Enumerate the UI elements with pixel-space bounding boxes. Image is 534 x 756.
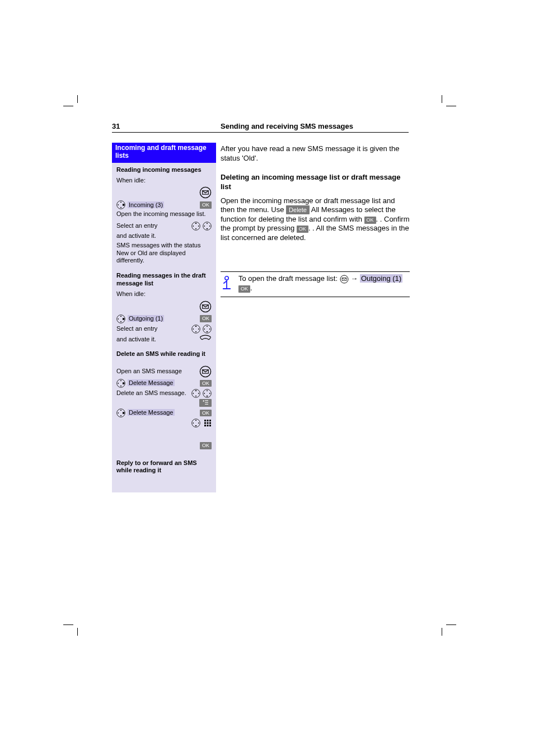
step-lead: Select an entry (116, 222, 189, 229)
note-content: To open the draft message list: → Outgoi… (238, 274, 410, 293)
svg-marker-26 (195, 325, 196, 326)
svg-marker-43 (195, 390, 196, 391)
svg-marker-57 (120, 410, 122, 411)
svg-marker-27 (195, 331, 197, 332)
ok-button: OK (200, 201, 212, 209)
subsection-heading: Deleting an incoming message list or dra… (221, 173, 410, 191)
dpad-down-icon (203, 389, 212, 398)
svg-rect-41 (123, 382, 124, 384)
menu-item: Outgoing (1) (360, 274, 402, 283)
crop-mark (63, 624, 78, 636)
dpad-up-icon (191, 389, 200, 398)
svg-marker-65 (198, 422, 199, 424)
svg-marker-31 (207, 326, 208, 327)
section-heading: Reply to or forward an SMS while reading… (116, 459, 212, 475)
envelope-icon (199, 365, 212, 378)
dialpad-icon (204, 419, 212, 427)
svg-point-75 (225, 276, 228, 280)
ok-button: OK (200, 410, 212, 417)
call-end-icon (199, 335, 212, 345)
svg-marker-29 (198, 328, 199, 330)
svg-marker-51 (209, 393, 210, 395)
menu-item: Delete Message (128, 409, 175, 416)
section-intro: When idle: (116, 290, 212, 298)
svg-point-18 (200, 301, 210, 312)
main-content: After you have read a new SMS message it… (221, 144, 410, 247)
ok-button: OK (200, 442, 212, 449)
dpad-up-icon (191, 222, 200, 231)
svg-marker-64 (193, 422, 194, 424)
svg-marker-4 (120, 207, 122, 208)
open-sms-label: Open an SMS message (116, 368, 197, 375)
svg-marker-28 (193, 328, 194, 330)
svg-rect-72 (204, 425, 206, 426)
svg-marker-40 (118, 383, 119, 384)
note-text: SMS messages with the status New or Old … (116, 242, 212, 264)
envelope-icon (199, 300, 212, 313)
svg-rect-68 (209, 420, 211, 421)
svg-marker-46 (198, 393, 199, 395)
svg-rect-73 (207, 425, 209, 426)
svg-marker-59 (118, 412, 119, 414)
svg-marker-32 (206, 331, 208, 332)
sidebar: Incoming and draft message lists Reading… (112, 143, 216, 492)
menu-item: Delete Message (128, 379, 175, 386)
svg-marker-49 (206, 396, 208, 397)
ok-button: OK (200, 380, 212, 387)
svg-rect-70 (207, 422, 209, 424)
dpad-right-icon (116, 314, 125, 323)
svg-marker-38 (120, 380, 122, 381)
svg-marker-22 (120, 321, 122, 322)
svg-rect-24 (123, 318, 124, 320)
delete-pill: Delete (286, 205, 310, 214)
sidebar-section-draft: Reading messages in the draft message li… (112, 269, 216, 362)
dpad-down-icon (203, 325, 212, 334)
svg-rect-60 (123, 412, 124, 414)
svg-point-0 (200, 187, 210, 198)
step-desc: Delete an SMS message. (116, 389, 189, 397)
svg-marker-33 (204, 328, 205, 330)
svg-rect-71 (209, 422, 211, 424)
svg-marker-44 (195, 396, 197, 397)
svg-marker-39 (120, 386, 122, 387)
svg-marker-58 (120, 415, 122, 416)
svg-marker-23 (118, 318, 119, 320)
note-box: To open the draft message list: → Outgoi… (221, 271, 410, 297)
ok-button: OK (297, 226, 308, 233)
options-menu-icon (199, 399, 212, 407)
svg-rect-66 (204, 420, 206, 421)
svg-marker-63 (195, 425, 196, 426)
sidebar-title: Incoming and draft message lists (112, 143, 216, 163)
dpad-down-icon (203, 222, 212, 231)
svg-marker-14 (207, 223, 208, 224)
section-heading: Reading messages in the draft message li… (116, 272, 212, 287)
ok-button: OK (200, 315, 212, 322)
ok-button: OK (238, 285, 250, 293)
crop-mark (442, 95, 456, 106)
svg-marker-3 (120, 201, 122, 203)
section-intro: When idle: (116, 177, 212, 184)
dpad-right-icon (116, 200, 125, 209)
svg-marker-21 (120, 316, 122, 317)
ok-button: OK (364, 217, 376, 224)
dpad-right-icon (116, 379, 125, 388)
svg-marker-45 (193, 393, 194, 395)
svg-point-35 (200, 366, 210, 377)
paragraph: After you have read a new SMS message it… (221, 144, 410, 163)
svg-rect-67 (207, 420, 209, 421)
svg-marker-16 (204, 225, 205, 227)
svg-marker-52 (203, 400, 205, 402)
section-heading: Reading incoming messages (116, 166, 212, 173)
step-tail: and activate it. (116, 232, 212, 240)
menu-item: Incoming (3) (128, 201, 164, 208)
envelope-icon (199, 186, 212, 199)
crop-mark (442, 624, 456, 636)
sidebar-section-reply: Open an SMS message Delete Message OK De… (112, 362, 216, 479)
svg-marker-17 (209, 225, 210, 227)
sidebar-section-reading-incoming: Reading incoming messages When idle: Inc… (112, 163, 216, 269)
step-desc: Open the incoming message list. (116, 210, 212, 218)
svg-marker-12 (198, 225, 199, 227)
crop-mark (63, 95, 78, 106)
svg-rect-74 (209, 425, 211, 426)
svg-marker-11 (193, 225, 194, 227)
